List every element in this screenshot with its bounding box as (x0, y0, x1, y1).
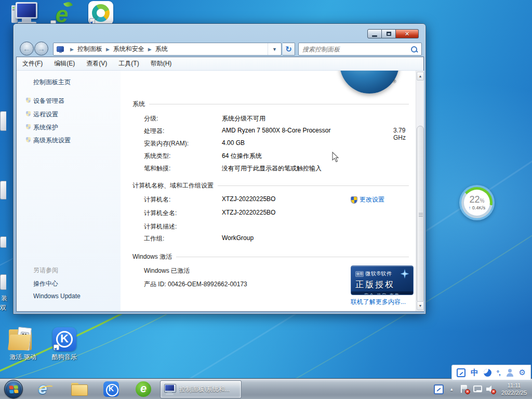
taskbar-explorer-icon[interactable] (71, 381, 87, 397)
uac-shield-icon (351, 196, 357, 204)
rating-unavailable-link[interactable]: 系统分级不可用 (222, 114, 265, 123)
windows-flag-icon (9, 385, 18, 393)
sidebar-item-action-center[interactable]: 操作中心 (33, 280, 58, 288)
breadcrumb-system[interactable]: 系统 (155, 45, 168, 54)
partial-icon-label: 双 (0, 303, 6, 312)
kugou-music-icon: K (52, 327, 76, 351)
menu-edit[interactable]: 编辑(E) (48, 59, 81, 68)
section-header-activation: Windows 激活 (132, 252, 409, 261)
shield-icon (26, 124, 31, 129)
ime-fullwidth-moon-icon[interactable] (484, 369, 491, 377)
upload-arrow-icon: ↑ (469, 205, 471, 210)
sidebar-item-remote-settings[interactable]: 远程设置 (33, 110, 58, 119)
menu-file[interactable]: 文件(F) (17, 59, 48, 68)
network-icon[interactable] (472, 384, 483, 394)
star-sparkle-icon (400, 269, 410, 279)
sidebar: 控制面板主页 设备管理器 远程设置 系统保护 高级系统设置 另请参阅 操作中心 … (17, 71, 121, 311)
close-button[interactable]: ✕ (396, 29, 419, 38)
search-box[interactable] (298, 43, 422, 56)
section-header-computer-name: 计算机名称、域和工作组设置 (132, 181, 409, 190)
system-tray: ▲ ✕ ✕ 11:11 2022/2/25 (434, 379, 532, 399)
breadcrumb-system-security[interactable]: 系统和安全 (113, 45, 144, 54)
vertical-scrollbar[interactable]: ▲ ▼ (416, 71, 424, 311)
forward-button[interactable]: → (34, 42, 48, 56)
search-icon[interactable] (410, 45, 418, 54)
search-input[interactable] (299, 46, 410, 53)
row-workgroup: 工作组: WorkGroup (144, 234, 410, 243)
window-body: 文件(F) 编辑(E) 查看(V) 工具(T) 帮助(H) 控制面板主页 设备管… (16, 57, 424, 312)
partial-desktop-icon[interactable] (0, 274, 6, 290)
clock-date: 2022/2/25 (501, 389, 527, 396)
ime-punctuation-icon[interactable]: °, (497, 369, 500, 377)
ime-settings-gear-icon[interactable]: ⚙ (519, 368, 526, 377)
scrollbar-thumb[interactable] (417, 126, 424, 303)
partial-desktop-icon[interactable] (0, 181, 6, 200)
start-button[interactable] (4, 380, 23, 398)
sidebar-item-system-protection[interactable]: 系统保护 (33, 123, 58, 132)
desktop-icon-label: 激活.驱动 (4, 353, 42, 362)
address-bar[interactable]: ▶ 控制面板 ▶ 系统和安全 ▶ 系统 ▼ (53, 43, 282, 56)
partial-desktop-icon[interactable] (0, 236, 6, 248)
sidebar-item-windows-update[interactable]: Windows Update (33, 292, 81, 300)
scroll-up-icon[interactable]: ▲ (417, 72, 424, 81)
system-control-panel-window: ✕ ← → ▶ 控制面板 ▶ 系统和安全 ▶ 系统 ▼ ↻ 文件(F (13, 23, 426, 314)
desktop-icon-kugou-music[interactable]: K 酷狗音乐 (46, 327, 83, 362)
tray-ime-icon[interactable] (434, 384, 444, 394)
ime-logo-icon[interactable] (457, 368, 466, 377)
sidebar-item-device-manager[interactable]: 设备管理器 (33, 97, 64, 105)
volume-muted-icon[interactable]: ✕ (485, 384, 496, 394)
clock-time: 11:11 (501, 382, 527, 389)
sidebar-item-advanced-system-settings[interactable]: 高级系统设置 (33, 136, 71, 145)
ime-chinese-mode-icon[interactable]: 中 (471, 368, 478, 378)
taskbar-kugou-icon[interactable] (103, 381, 119, 397)
swirl-app-icon (88, 1, 113, 25)
maximize-button[interactable] (382, 29, 396, 38)
ime-user-icon[interactable] (506, 369, 514, 377)
partial-desktop-icon[interactable] (0, 111, 6, 131)
refresh-button[interactable]: ↻ (283, 43, 295, 56)
minimize-button[interactable] (367, 29, 382, 38)
mouse-cursor (332, 152, 339, 163)
menu-help[interactable]: 帮助(H) (145, 59, 178, 68)
partial-icon-label: 装 (1, 294, 7, 303)
row-computer-description: 计算机描述: (144, 222, 410, 231)
desktop-icon-computer[interactable] (6, 2, 44, 26)
desktop-icon-swirl-app[interactable] (82, 1, 119, 25)
computer-icon (11, 2, 38, 26)
breadcrumb-control-panel[interactable]: 控制面板 (77, 45, 102, 54)
shield-icon (26, 137, 31, 142)
back-button[interactable]: ← (20, 42, 34, 56)
learn-more-online-link[interactable]: 联机了解更多内容... (351, 298, 406, 307)
row-processor: 处理器: AMD Ryzen 7 5800X 8-Core Processor … (144, 127, 410, 136)
address-dropdown-icon[interactable]: ▼ (268, 43, 281, 55)
row-pen-touch: 笔和触摸: 没有可用于此显示器的笔或触控输入 (144, 164, 410, 173)
section-header-system: 系统 (132, 100, 409, 109)
sidebar-item-control-panel-home[interactable]: 控制面板主页 (33, 78, 71, 87)
breadcrumb-arrow-icon: ▶ (106, 47, 110, 52)
taskbar: e 控制面板\系统和... ▲ ✕ ✕ 11:11 2022/2/25 (0, 378, 532, 399)
taskbar-360-browser-icon[interactable] (136, 381, 151, 397)
show-hidden-icons-chevron[interactable]: ▲ (449, 387, 454, 392)
row-system-type: 系统类型: 64 位操作系统 (144, 152, 410, 161)
row-rating: 分级: 系统分级不可用 (144, 114, 410, 123)
taskbar-ie-icon[interactable]: e (38, 381, 54, 397)
breadcrumb-arrow-icon: ▶ (70, 47, 74, 52)
shield-icon (26, 98, 31, 103)
memory-percent: 22 (470, 194, 480, 205)
scroll-down-icon[interactable]: ▼ (417, 301, 424, 310)
taskbar-active-window-button[interactable]: 控制面板\系统和... (160, 380, 242, 398)
desktop: e 装 双 激活.驱动 K 酷狗音乐 ✕ ← (0, 0, 532, 399)
taskbar-clock[interactable]: 11:11 2022/2/25 (501, 382, 527, 396)
change-settings-link[interactable]: 更改设置 (351, 195, 384, 204)
action-center-flag-icon[interactable]: ✕ (459, 384, 470, 394)
shield-icon (26, 111, 31, 116)
upload-speed: 0.4K/s (472, 205, 486, 210)
network-speed-widget[interactable]: 22% ↑ 0.4K/s (459, 185, 495, 220)
shortcut-arrow-icon (54, 344, 59, 350)
ime-toolbar: 中 °, ⚙ (451, 365, 531, 380)
menu-tools[interactable]: 工具(T) (113, 59, 144, 68)
desktop-icon-activate-driver[interactable]: 激活.驱动 (4, 327, 42, 362)
windows-orb-logo (340, 71, 399, 94)
control-panel-window-icon (164, 384, 176, 395)
menu-view[interactable]: 查看(V) (81, 59, 113, 68)
